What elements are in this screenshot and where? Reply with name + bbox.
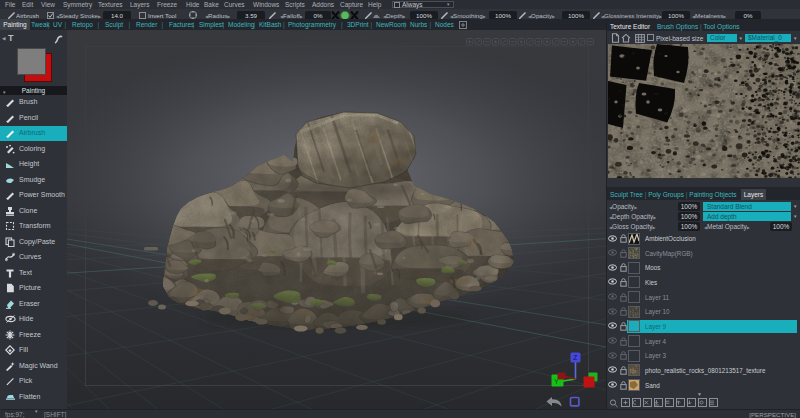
svg-text:Z: Z (573, 354, 577, 361)
